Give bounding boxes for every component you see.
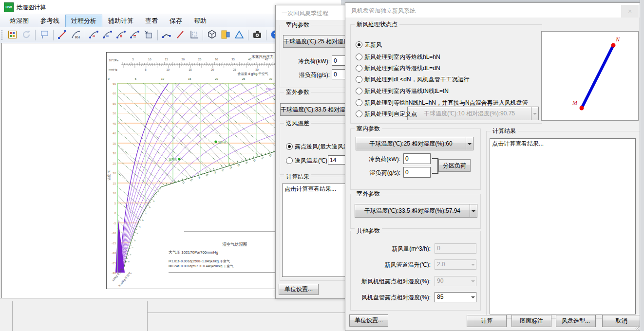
toolbar-separator [203, 30, 203, 40]
toolbar-separator [248, 30, 248, 40]
resize-grip[interactable] [634, 324, 639, 330]
dialog1-unit-settings-button[interactable]: 单位设置... [279, 284, 319, 295]
delta-icon[interactable] [233, 28, 246, 41]
annotate-button[interactable]: 图面标注 [511, 315, 551, 327]
dialog1-result-box: 点击计算查看结果... [282, 184, 346, 277]
supply-delta-label: 送风温差(℃) [295, 157, 327, 165]
svg-text:7: 7 [145, 212, 148, 215]
menu-item-3[interactable]: 辅助计算 [102, 15, 139, 27]
svg-text:25: 25 [242, 77, 245, 80]
snapshot-icon[interactable] [251, 28, 264, 41]
svg-text:15: 15 [188, 77, 191, 80]
dialog2-unit-settings-button[interactable]: 单位设置... [349, 314, 388, 327]
toolbar-separator [53, 30, 54, 40]
process-line-cool-icon[interactable] [88, 28, 100, 41]
svg-text:35: 35 [231, 58, 234, 61]
query-point-icon[interactable] [38, 28, 51, 41]
svg-text:大气压 102170Pa/766mmHg: 大气压 102170Pa/766mmHg [169, 250, 218, 255]
freshair-option-radio-0[interactable] [356, 41, 362, 48]
other-param-label-3: 风机盘管露点相对湿度(%): [351, 294, 431, 302]
dialog2-indoor-preset-dropdown[interactable]: 干球温度(℃):25 相对湿度(%):60 [356, 137, 474, 150]
svg-text:室外点: 室外点 [218, 141, 227, 144]
zone-load-button[interactable]: 分区负荷 [438, 159, 471, 172]
group-label: 计算结果 [284, 173, 311, 180]
dialog2-result-box: 点击计算查看结果... [490, 138, 636, 314]
process-line-heat-icon[interactable] [101, 28, 114, 41]
load-bracket [432, 158, 438, 174]
svg-text:30: 30 [113, 152, 116, 155]
dialog2-titlebar[interactable]: 风机盘管加独立新风系统 × [345, 3, 640, 18]
dialog1-indoor-preset-dropdown[interactable]: 干球温度(℃):25 相对湿度(%):60 [283, 35, 346, 48]
dialog2-moisture-load-input[interactable] [403, 167, 431, 178]
process-line-mix-icon[interactable] [115, 28, 128, 41]
freshair-option-radio-5[interactable] [356, 99, 362, 106]
supply-delta-radio[interactable] [286, 157, 293, 164]
freshair-option-label-1: 新风处理到室内等焓线hL=hN [364, 53, 440, 61]
other-param-control-3[interactable]: 85 [435, 292, 476, 302]
dialog1-cooling-load-input[interactable] [332, 55, 346, 66]
dialog2-cooling-load-input[interactable] [403, 153, 431, 164]
svg-text:-10: -10 [112, 232, 116, 235]
draw-line-icon[interactable] [56, 28, 69, 41]
svg-text:40: 40 [248, 58, 251, 61]
group-label: 室内参数 [355, 125, 382, 132]
dialog2-outdoor-preset-dropdown[interactable]: 干球温度(℃):33.5 相对湿度(%):57.94 [355, 204, 477, 218]
dialog-primary-return-air: 一次回风夏季过程 室内参数 干球温度(℃):25 相对湿度(%):60 冷负荷(… [275, 5, 346, 299]
palette-grid-icon[interactable] [6, 28, 19, 41]
app-icon: HW [4, 2, 14, 12]
custom-point-dropdown: 干球温度(℃):10 相对湿度(%):90.75 [407, 107, 539, 120]
freshair-option-radio-6[interactable] [356, 110, 362, 117]
svg-text:5: 5 [145, 68, 146, 71]
svg-text:2: 2 [131, 246, 134, 249]
group-label: 室外参数 [355, 190, 382, 197]
toolbar-separator [266, 30, 266, 40]
chevron-down-icon[interactable] [470, 204, 477, 217]
dialog1-outdoor-preset-dropdown[interactable]: 干球温度(℃):33.5 相对湿度(%):57.94 [280, 103, 346, 116]
freshair-option-label-3: 新风处理到dL<dN，风机盘管干工况运行 [364, 75, 470, 84]
dialog1-outdoor-group: 室外参数 干球温度(℃):33.5 相对湿度(%):57.94 [280, 92, 346, 122]
svg-text:10: 10 [166, 68, 169, 71]
dewpoint-supply-radio[interactable] [286, 143, 293, 150]
svg-text:18: 18 [229, 166, 232, 170]
red-line-icon[interactable] [174, 28, 187, 41]
svg-text:25: 25 [198, 58, 201, 61]
dialog1-moisture-load-input[interactable] [332, 69, 346, 79]
chart-point-indoor[interactable] [178, 158, 180, 160]
panel-icon[interactable] [219, 28, 232, 41]
supply-delta-input[interactable] [328, 155, 346, 165]
polyline-icon[interactable] [160, 28, 173, 41]
group-label: 计算结果 [491, 128, 518, 134]
freshair-option-label-0: 无新风 [364, 41, 382, 49]
menu-item-1[interactable]: 参考线 [35, 15, 65, 27]
menu-item-4[interactable]: 查看 [139, 15, 164, 27]
chevron-down-icon[interactable] [466, 137, 473, 150]
menu-item-0[interactable]: 焓湿图 [4, 15, 35, 27]
svg-text:5: 5 [114, 202, 116, 205]
other-param-control-0: 0 [435, 243, 476, 254]
fcu-select-button[interactable]: 风盘选型... [556, 315, 596, 327]
menu-item-2[interactable]: 过程分析 [65, 15, 102, 27]
toolbar-grip [1, 30, 5, 40]
process-diagram-svg: N M [542, 32, 637, 119]
axes-icon[interactable] [188, 28, 200, 41]
menu-item-6[interactable]: 帮助 [188, 15, 212, 27]
svg-text:65: 65 [113, 82, 116, 85]
freshair-option-radio-2[interactable] [356, 65, 362, 72]
process-line-custom-icon[interactable] [129, 28, 141, 41]
other-params-group: 其他参数 新风量(m^3/h):0新风管道温升(℃):2.0新风机组露点相对湿度… [350, 231, 481, 311]
menu-item-5[interactable]: 保存 [164, 15, 188, 27]
dialog1-titlebar[interactable]: 一次回风夏季过程 [276, 5, 346, 20]
calculate-button[interactable]: 计算 [467, 315, 507, 327]
chart-point-outdoor[interactable] [214, 140, 217, 143]
freshair-option-radio-3[interactable] [356, 76, 362, 83]
svg-text:45: 45 [265, 58, 268, 61]
rh-curve-icon[interactable]: RH [70, 28, 82, 41]
state-point-box-icon[interactable] [142, 28, 155, 41]
svg-text:6: 6 [142, 219, 145, 221]
svg-text:15: 15 [206, 173, 209, 177]
freshair-option-radio-1[interactable] [356, 54, 362, 60]
cube-3d-icon[interactable] [206, 28, 218, 41]
other-param-label-0: 新风量(m^3/h): [351, 245, 431, 253]
close-icon[interactable]: × [621, 5, 639, 18]
freshair-option-radio-4[interactable] [356, 88, 362, 94]
